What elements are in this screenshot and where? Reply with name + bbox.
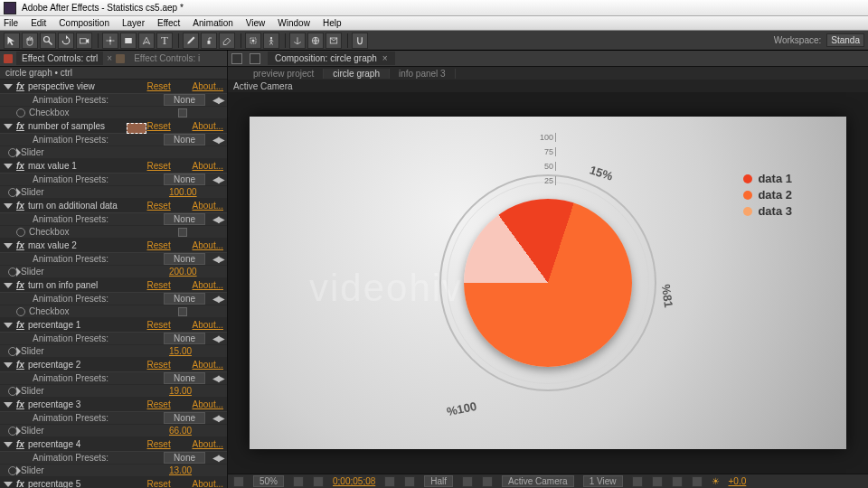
disclosure-triangle-icon[interactable]: [4, 442, 13, 447]
fx-icon[interactable]: fx: [16, 240, 24, 250]
preset-dropdown[interactable]: None: [164, 372, 205, 384]
property-value[interactable]: 100.00: [169, 187, 223, 197]
about-link[interactable]: About...: [193, 280, 223, 290]
effect-property-row[interactable]: Slider100.00: [0, 186, 227, 199]
effect-property-row[interactable]: Slider13.00: [0, 465, 227, 477]
effect-header[interactable]: fxperspective viewResetAbout...: [0, 80, 227, 94]
effect-header[interactable]: fxturn on info panelResetAbout...: [0, 278, 227, 293]
comp-flowchart-icon[interactable]: [692, 476, 703, 487]
show-channel-icon[interactable]: [404, 476, 415, 487]
about-link[interactable]: About...: [193, 360, 223, 370]
exposure-value[interactable]: +0.0: [729, 476, 747, 486]
effect-controls-tab[interactable]: Effect Controls: ctrl: [16, 52, 103, 65]
menu-animation[interactable]: Animation: [193, 18, 232, 28]
effect-property-row[interactable]: Animation Presets:None◀▶: [0, 213, 227, 226]
views-dropdown[interactable]: 1 View: [583, 475, 623, 487]
preset-dropdown[interactable]: None: [164, 412, 205, 424]
fx-icon[interactable]: fx: [16, 479, 24, 488]
menu-effect[interactable]: Effect: [157, 18, 180, 28]
disclosure-triangle-icon[interactable]: [4, 164, 13, 169]
stopwatch-icon[interactable]: [8, 188, 17, 197]
reset-link[interactable]: Reset: [147, 161, 193, 171]
effect-property-row[interactable]: Animation Presets:None◀▶: [0, 174, 227, 186]
fast-preview-icon[interactable]: [652, 476, 663, 487]
timecode[interactable]: 0;00;05;08: [333, 476, 375, 486]
fx-icon[interactable]: fx: [16, 360, 24, 370]
toggle-transparency-icon[interactable]: [482, 476, 493, 487]
axis-view-icon[interactable]: [326, 33, 342, 49]
disclosure-triangle-icon[interactable]: [4, 362, 13, 368]
fx-icon[interactable]: fx: [16, 280, 24, 290]
effect-header[interactable]: fxpercentage 2ResetAbout...: [0, 358, 227, 372]
sub-tab[interactable]: info panel 3: [390, 69, 456, 79]
preset-nav-arrows[interactable]: ◀▶: [212, 95, 223, 105]
tab-close-icon[interactable]: ×: [107, 53, 112, 63]
timecode-icon[interactable]: [313, 476, 324, 487]
menu-file[interactable]: File: [4, 18, 18, 28]
preset-nav-arrows[interactable]: ◀▶: [212, 413, 223, 423]
effect-property-row[interactable]: Slider200.00: [0, 266, 227, 278]
about-link[interactable]: About...: [193, 439, 223, 449]
reset-link[interactable]: Reset: [147, 439, 193, 449]
zoom-dropdown[interactable]: 50%: [253, 475, 284, 487]
fx-icon[interactable]: fx: [16, 399, 24, 409]
menu-layer[interactable]: Layer: [122, 18, 145, 28]
effect-property-row[interactable]: Checkbox: [0, 305, 227, 318]
grid-icon[interactable]: [231, 53, 242, 64]
snapshot-icon[interactable]: [384, 476, 395, 487]
composition-viewer[interactable]: videohive 15% %81 %100 100755025 data 1d…: [228, 92, 868, 474]
property-value[interactable]: 200.00: [169, 267, 223, 277]
property-value[interactable]: 15.00: [169, 346, 223, 356]
effect-property-row[interactable]: Slider66.00: [0, 425, 227, 437]
flowchart-icon[interactable]: [250, 53, 260, 64]
rectangle-tool-icon[interactable]: [120, 33, 137, 49]
preset-nav-arrows[interactable]: ◀▶: [212, 373, 223, 383]
lock-icon[interactable]: [4, 54, 13, 63]
effect-header[interactable]: fxmax value 1ResetAbout...: [0, 159, 227, 174]
puppet-tool-icon[interactable]: [263, 33, 279, 49]
stopwatch-icon[interactable]: [8, 427, 17, 436]
axis-local-icon[interactable]: [289, 33, 306, 49]
property-value[interactable]: 66.00: [169, 426, 223, 436]
about-link[interactable]: About...: [193, 399, 223, 409]
fx-icon[interactable]: fx: [16, 439, 24, 449]
effect-controls-tab-secondary[interactable]: Effect Controls: i: [128, 52, 205, 65]
snap-icon[interactable]: [352, 33, 368, 49]
about-link[interactable]: About...: [193, 121, 223, 131]
menu-composition[interactable]: Composition: [59, 18, 109, 28]
effect-property-row[interactable]: Animation Presets:None◀▶: [0, 134, 227, 146]
effect-header[interactable]: fxmax value 2ResetAbout...: [0, 239, 227, 253]
effect-property-row[interactable]: Animation Presets:None◀▶: [0, 452, 227, 465]
composition-tab[interactable]: Composition: circle graph: [268, 52, 395, 65]
camera-tool-icon[interactable]: [76, 33, 92, 49]
preset-nav-arrows[interactable]: ◀▶: [212, 294, 223, 304]
effect-property-row[interactable]: Checkbox: [0, 107, 227, 119]
disclosure-triangle-icon[interactable]: [4, 323, 13, 328]
effect-header[interactable]: fxpercentage 4ResetAbout...: [0, 437, 227, 452]
preset-dropdown[interactable]: None: [164, 253, 205, 265]
checkbox[interactable]: [178, 108, 187, 117]
effect-property-row[interactable]: Animation Presets:None◀▶: [0, 94, 227, 107]
effect-property-row[interactable]: Slider: [0, 146, 227, 159]
reset-link[interactable]: Reset: [147, 320, 193, 330]
disclosure-triangle-icon[interactable]: [4, 84, 13, 89]
type-tool-icon[interactable]: T: [156, 33, 173, 49]
disclosure-triangle-icon[interactable]: [4, 482, 13, 487]
preset-dropdown[interactable]: None: [164, 134, 205, 145]
effect-property-row[interactable]: Animation Presets:None◀▶: [0, 293, 227, 305]
effect-property-row[interactable]: Checkbox: [0, 226, 227, 239]
sub-tab[interactable]: preview project: [244, 69, 324, 79]
resolution-dropdown[interactable]: Half: [424, 475, 453, 487]
reset-link[interactable]: Reset: [147, 81, 193, 91]
effect-header[interactable]: fxnumber of samplesResetAbout...: [0, 119, 227, 134]
preset-nav-arrows[interactable]: ◀▶: [212, 174, 223, 184]
reset-link[interactable]: Reset: [147, 399, 193, 409]
property-value[interactable]: 13.00: [169, 465, 223, 475]
preset-dropdown[interactable]: None: [164, 293, 205, 305]
preset-nav-arrows[interactable]: ◀▶: [212, 453, 223, 463]
clone-stamp-tool-icon[interactable]: [201, 33, 217, 49]
reset-link[interactable]: Reset: [147, 360, 193, 370]
menu-bar[interactable]: FileEditCompositionLayerEffectAnimationV…: [0, 16, 868, 31]
about-link[interactable]: About...: [193, 201, 223, 211]
fx-icon[interactable]: fx: [16, 81, 24, 91]
